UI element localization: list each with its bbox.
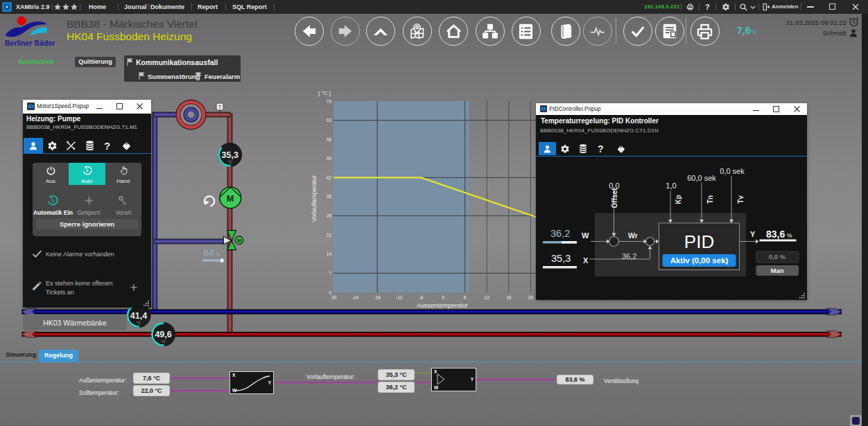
svg-text:84: 84 bbox=[203, 247, 214, 258]
svg-text:PID: PID bbox=[684, 231, 714, 252]
svg-text:%: % bbox=[787, 232, 792, 239]
svg-text:83,6: 83,6 bbox=[766, 229, 785, 240]
svg-text:Berliner Bäder: Berliner Bäder bbox=[5, 39, 55, 47]
svg-text:35,3: 35,3 bbox=[222, 150, 238, 160]
svg-text:M: M bbox=[227, 194, 234, 204]
svg-text:X: X bbox=[583, 256, 589, 264]
svg-text:Tn: Tn bbox=[706, 195, 714, 203]
svg-text:T: T bbox=[218, 104, 222, 110]
svg-text:49,6: 49,6 bbox=[155, 330, 171, 339]
svg-text:W: W bbox=[582, 231, 589, 239]
svg-text:60,0 sek: 60,0 sek bbox=[687, 173, 716, 181]
svg-text:41,4: 41,4 bbox=[130, 311, 147, 321]
svg-text:36,2: 36,2 bbox=[622, 252, 636, 260]
svg-text:Kp: Kp bbox=[675, 195, 682, 204]
svg-text:35,3: 35,3 bbox=[551, 253, 571, 264]
svg-text:0,0 %: 0,0 % bbox=[769, 253, 786, 260]
svg-text:Man: Man bbox=[771, 266, 784, 274]
svg-text:M: M bbox=[237, 238, 241, 244]
svg-text:%: % bbox=[216, 251, 220, 258]
svg-text:Offset: Offset bbox=[611, 187, 618, 208]
svg-text:Aktiv (0,00 sek): Aktiv (0,00 sek) bbox=[670, 256, 729, 264]
svg-text:°C: °C bbox=[161, 339, 166, 344]
svg-text:Y: Y bbox=[750, 229, 756, 238]
svg-text:Wr: Wr bbox=[628, 231, 638, 240]
svg-text:36,2: 36,2 bbox=[550, 228, 570, 239]
svg-text:°C: °C bbox=[227, 160, 232, 164]
svg-text:1,0: 1,0 bbox=[666, 181, 676, 190]
svg-text:Tv: Tv bbox=[737, 195, 745, 203]
svg-text:0,0 sek: 0,0 sek bbox=[720, 167, 745, 175]
svg-text:°C: °C bbox=[137, 321, 141, 325]
